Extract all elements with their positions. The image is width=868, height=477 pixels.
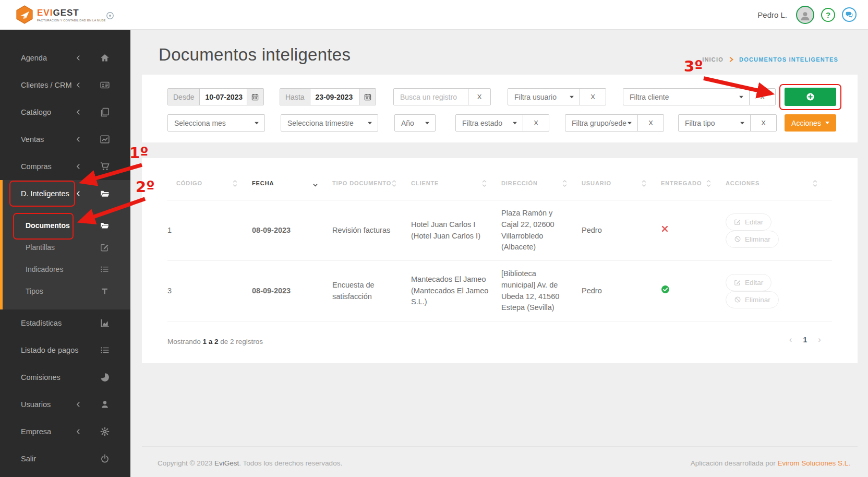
caret-down-icon [570,96,574,98]
sidebar-item-empresa[interactable]: Empresa [0,418,130,445]
select-quarter[interactable]: Selecciona trimestre [281,114,378,132]
clear-client-filter-button[interactable]: X [749,89,775,105]
page-number[interactable]: 1 [803,336,807,344]
date-from-input[interactable]: 10-07-2023 [200,89,246,105]
add-document-button[interactable] [785,88,836,106]
not-delivered-x-icon [661,225,669,233]
column-header-cliente[interactable]: CLIENTE [411,158,501,200]
sidebar-item-clientes-crm[interactable]: Clientes / CRM [0,71,130,99]
select-year[interactable]: Año [394,114,436,132]
user-name: Pedro L. [757,10,787,19]
sidebar-item-listado-de-pagos[interactable]: Listado de pagos [0,337,130,364]
acciones-dropdown-button[interactable]: Acciones [785,114,836,132]
column-header-entregado[interactable]: ENTREGADO [661,158,726,200]
sidebar-toggle-target-icon[interactable] [106,11,114,20]
sidebar-item-salir[interactable]: Salir [0,445,130,472]
date-from-group: Desde 10-07-2023 [167,88,264,105]
edit-button[interactable]: Editar [726,274,771,291]
cell-codigo: 1 [167,200,252,261]
caret-down-icon [513,122,517,124]
edit-pen-icon [734,218,741,225]
filter-group-group: Filtra grupo/sede X [565,114,664,132]
delete-button[interactable]: Eliminar [726,291,779,308]
breadcrumb-current[interactable]: DOCUMENTOS INTELIGENTES [739,56,838,63]
sidebar-item-d-inteligentes[interactable]: D. Inteligentes [3,180,130,207]
clear-search-button[interactable]: X [468,89,490,105]
table-row: 308-09-2023Encuesta de satisfacciónMante… [167,261,832,321]
chart-line-icon [100,135,110,144]
documents-table-panel: CÓDIGOFECHATIPO DOCUMENTOCLIENTEDIRECCIÓ… [142,158,858,363]
sort-desc-icon [313,180,318,187]
chevron-left-icon [76,164,80,170]
ban-icon [734,296,741,303]
sidebar-nav-bottom: EstadísticasListado de pagosComisionesUs… [0,309,130,472]
cart-icon [100,162,110,171]
filter-client-group: Filtra cliente X [623,88,776,105]
pencil-square-icon [100,243,109,252]
filter-client-select[interactable]: Filtra cliente [623,89,749,105]
clear-group-filter-button[interactable]: X [637,115,664,131]
letter-t-icon [100,287,109,296]
table-row: 108-09-2023Revisión facturasHotel Juan C… [167,200,832,261]
sidebar-nav-top: AgendaClientes / CRMCatálogoVentasCompra… [0,29,130,180]
home-icon [100,53,110,63]
sidebar-item-usuarios[interactable]: Usuarios [0,391,130,418]
delete-button[interactable]: Eliminar [726,231,779,248]
chat-button[interactable] [842,7,857,22]
clear-type-filter-button[interactable]: X [750,115,776,131]
cell-acciones: EditarEliminar [726,261,832,321]
ban-icon [734,235,741,243]
date-to-group: Hasta 23-09-2023 [280,88,376,105]
clear-user-filter-button[interactable]: X [580,89,606,105]
sidebar-item-ventas[interactable]: Ventas [0,126,130,153]
filter-user-select[interactable]: Filtra usuario [508,89,580,105]
column-header-codigo[interactable]: CÓDIGO [167,158,252,200]
column-header-usuario[interactable]: USUARIO [582,158,661,200]
cell-entregado [661,200,726,261]
column-header-fecha[interactable]: FECHA [252,158,332,200]
sidebar-item-catalogo[interactable]: Catálogo [0,99,130,126]
prev-page-button[interactable]: ‹ [789,335,792,345]
next-page-button[interactable]: › [818,335,821,345]
search-input[interactable] [394,89,468,105]
filter-panel: Desde 10-07-2023 Hasta 23-09-2023 X Filt [142,75,858,142]
developer-link[interactable]: Evirom Soluciones S.L. [777,459,850,467]
select-month[interactable]: Selecciona mes [167,114,265,132]
help-button[interactable]: ? [821,8,835,22]
sidebar-item-agenda[interactable]: Agenda [0,44,130,71]
filter-state-select[interactable]: Filtra estado [456,115,523,131]
sidebar-item-tipos[interactable]: Tipos [3,280,130,302]
column-header-direccion[interactable]: DIRECCIÓN [501,158,582,200]
sidebar-item-estadisticas[interactable]: Estadísticas [0,309,130,337]
edit-pen-icon [734,279,741,286]
sidebar-item-documentos[interactable]: Documentos [3,214,130,236]
filter-type-select[interactable]: Filtra tipo [679,115,750,131]
brand-evi: EVI [37,8,53,18]
user-icon [100,400,110,409]
sidebar-item-comisiones[interactable]: Comisiones [0,364,130,391]
column-header-tipo-documento[interactable]: TIPO DOCUMENTO [332,158,411,200]
cell-acciones: EditarEliminar [726,200,832,261]
chevron-left-icon [76,110,80,115]
sidebar: AgendaClientes / CRMCatálogoVentasCompra… [0,29,130,477]
logo-hexagon-icon [16,5,33,24]
chevron-left-icon [76,55,80,61]
sidebar-item-plantillas[interactable]: Plantillas [3,236,130,258]
id-card-icon [100,80,110,90]
filter-group-select[interactable]: Filtra grupo/sede [565,115,637,131]
results-summary: Mostrando 1 a 2 de 2 registros [167,338,263,345]
edit-button[interactable]: Editar [726,213,771,231]
chart-area-icon [100,318,110,328]
breadcrumb-home[interactable]: INICIO [702,56,724,63]
calendar-icon[interactable] [359,89,376,105]
calendar-icon[interactable] [247,89,263,105]
list-icon [100,265,109,274]
sidebar-item-compras[interactable]: Compras [0,153,130,180]
brand-tagline: FACTURACIÓN Y CONTABILIDAD EN LA NUBE [37,19,105,22]
sidebar-item-indicadores[interactable]: Indicadores [3,258,130,280]
page-title: Documentos inteligentes [159,45,351,65]
column-header-acciones[interactable]: ACCIONES [726,158,832,200]
date-to-input[interactable]: 23-09-2023 [310,89,359,105]
clear-state-filter-button[interactable]: X [523,115,549,131]
avatar[interactable] [796,6,814,24]
